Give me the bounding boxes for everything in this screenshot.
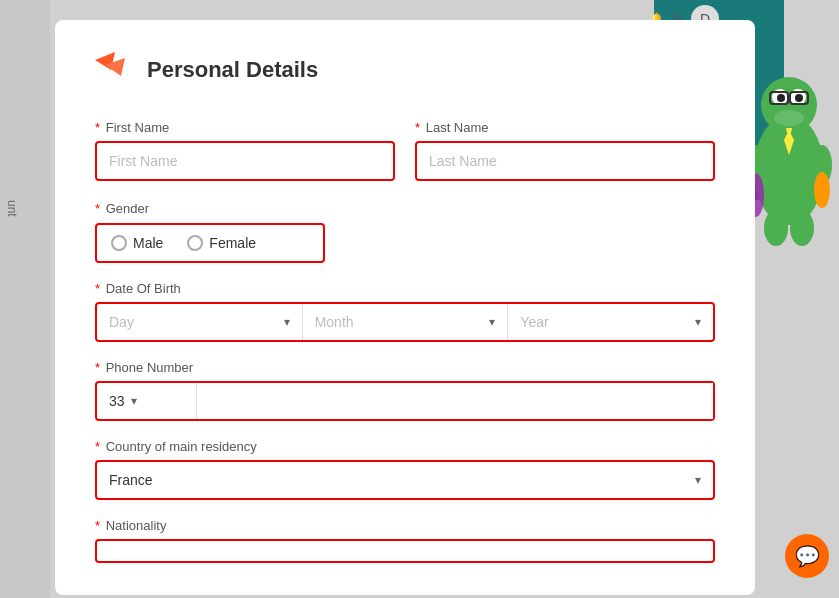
- name-row: * First Name * Last Name: [95, 120, 715, 181]
- gender-female[interactable]: Female: [187, 235, 256, 251]
- phone-group: * Phone Number 33 ▾: [95, 360, 715, 421]
- country-value: France: [109, 472, 153, 488]
- card-header: Personal Details: [95, 50, 715, 90]
- first-name-label: * First Name: [95, 120, 395, 135]
- personal-details-card: Personal Details * First Name * Last Nam…: [55, 20, 755, 595]
- country-group: * Country of main residency France ▾: [95, 439, 715, 500]
- required-star-6: *: [95, 439, 100, 454]
- required-star-2: *: [415, 120, 420, 135]
- brand-logo: [95, 50, 135, 90]
- radio-male[interactable]: [111, 235, 127, 251]
- sidebar: unt: [0, 0, 50, 598]
- svg-marker-11: [786, 128, 792, 133]
- phone-code-value: 33: [109, 393, 125, 409]
- nationality-group: * Nationality: [95, 518, 715, 563]
- dob-group: * Date Of Birth Day ▾ Month ▾ Year ▾: [95, 281, 715, 342]
- required-star-5: *: [95, 360, 100, 375]
- required-star-3: *: [95, 201, 100, 216]
- phone-code-chevron: ▾: [131, 394, 137, 408]
- gender-label: * Gender: [95, 201, 149, 216]
- svg-point-16: [764, 210, 788, 246]
- dob-day-select[interactable]: Day ▾: [97, 304, 303, 340]
- phone-number-input[interactable]: [197, 383, 713, 419]
- first-name-group: * First Name: [95, 120, 395, 181]
- dob-year-chevron: ▾: [695, 315, 701, 329]
- gender-female-label: Female: [209, 235, 256, 251]
- first-name-input[interactable]: [95, 141, 395, 181]
- country-label: * Country of main residency: [95, 439, 715, 454]
- gender-group: * Gender Male Female: [95, 199, 715, 263]
- required-star-4: *: [95, 281, 100, 296]
- dob-year-text: Year: [520, 314, 548, 330]
- phone-label: * Phone Number: [95, 360, 715, 375]
- dob-month-chevron: ▾: [489, 315, 495, 329]
- svg-point-5: [795, 94, 803, 102]
- gender-male[interactable]: Male: [111, 235, 163, 251]
- svg-point-17: [790, 210, 814, 246]
- nationality-label: * Nationality: [95, 518, 715, 533]
- svg-point-14: [814, 172, 830, 208]
- gender-options: Male Female: [95, 223, 325, 263]
- dob-month-select[interactable]: Month ▾: [303, 304, 509, 340]
- svg-point-4: [777, 94, 785, 102]
- dob-day-chevron: ▾: [284, 315, 290, 329]
- last-name-group: * Last Name: [415, 120, 715, 181]
- chat-icon: 💬: [795, 544, 820, 568]
- required-star-7: *: [95, 518, 100, 533]
- country-select[interactable]: France ▾: [95, 460, 715, 500]
- sidebar-text: unt: [5, 200, 19, 217]
- phone-outer: 33 ▾: [95, 381, 715, 421]
- last-name-label: * Last Name: [415, 120, 715, 135]
- gender-male-label: Male: [133, 235, 163, 251]
- radio-female[interactable]: [187, 235, 203, 251]
- dob-month-text: Month: [315, 314, 354, 330]
- country-chevron: ▾: [695, 473, 701, 487]
- dob-day-text: Day: [109, 314, 134, 330]
- svg-point-9: [774, 110, 804, 126]
- dob-year-select[interactable]: Year ▾: [508, 304, 713, 340]
- required-star: *: [95, 120, 100, 135]
- page-title: Personal Details: [147, 57, 318, 83]
- nationality-input[interactable]: [95, 539, 715, 563]
- dob-outer: Day ▾ Month ▾ Year ▾: [95, 302, 715, 342]
- last-name-input[interactable]: [415, 141, 715, 181]
- chat-button[interactable]: 💬: [785, 534, 829, 578]
- phone-code-select[interactable]: 33 ▾: [97, 383, 197, 419]
- dob-label: * Date Of Birth: [95, 281, 715, 296]
